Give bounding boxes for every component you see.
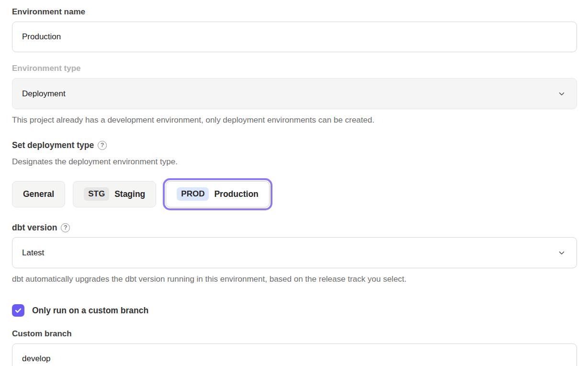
custom-branch-label: Custom branch (12, 329, 576, 339)
environment-type-select[interactable]: Deployment (12, 78, 577, 109)
deployment-type-general-label: General (23, 189, 54, 199)
environment-type-label: Environment type (12, 63, 576, 74)
dbt-version-helper: dbt automatically upgrades the dbt versi… (12, 274, 576, 285)
deployment-type-heading: Set deployment type ? (12, 140, 576, 150)
production-badge: PROD (177, 187, 209, 201)
environment-name-input[interactable] (12, 22, 577, 52)
dbt-version-value: Latest (22, 248, 44, 258)
chevron-down-icon (557, 249, 566, 257)
deployment-type-production-label: Production (214, 189, 258, 199)
help-icon[interactable]: ? (98, 141, 107, 150)
deployment-type-production-button[interactable]: PROD Production (166, 181, 269, 207)
dbt-version-heading-label: dbt version (12, 223, 57, 233)
environment-settings-form: Environment name Environment type Deploy… (0, 0, 588, 366)
deployment-type-button-group: General STG Staging PROD Production (12, 180, 576, 208)
checkmark-icon (14, 307, 22, 314)
dbt-version-select[interactable]: Latest (12, 237, 577, 268)
deployment-type-heading-label: Set deployment type (12, 140, 94, 150)
dbt-version-heading: dbt version ? (12, 223, 576, 233)
help-icon[interactable]: ? (61, 223, 70, 232)
custom-branch-checkbox-label[interactable]: Only run on a custom branch (32, 306, 148, 316)
deployment-type-helper: Designates the deployment environment ty… (12, 157, 576, 167)
staging-badge: STG (84, 187, 109, 201)
custom-branch-checkbox-row: Only run on a custom branch (12, 304, 576, 317)
deployment-type-staging-button[interactable]: STG Staging (73, 181, 156, 207)
environment-type-value: Deployment (22, 89, 66, 99)
environment-name-label: Environment name (12, 7, 576, 17)
deployment-type-general-button[interactable]: General (12, 181, 65, 207)
environment-type-helper: This project already has a development e… (12, 115, 576, 126)
custom-branch-input[interactable] (12, 343, 577, 366)
chevron-down-icon (557, 90, 566, 98)
custom-branch-checkbox[interactable] (12, 304, 24, 317)
deployment-type-staging-label: Staging (114, 189, 145, 199)
